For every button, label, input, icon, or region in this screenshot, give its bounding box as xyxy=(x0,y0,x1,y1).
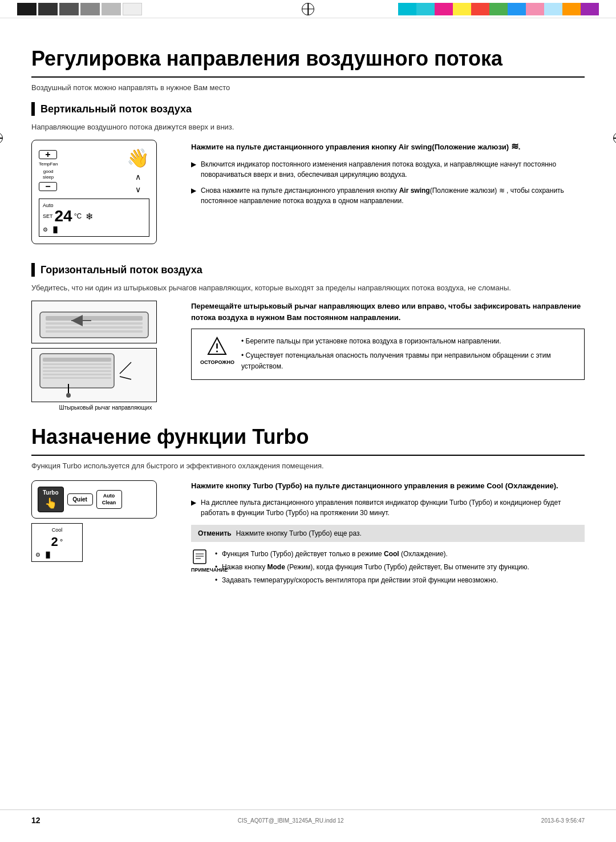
cancel-box: Отменить Нажмите кнопку Turbo (Турбо) ещ… xyxy=(191,525,585,542)
caution-triangle-icon xyxy=(207,336,227,356)
section2-text-col: Перемещайте штырьковый рычаг направляющи… xyxy=(191,301,585,411)
section2-label: Штырьковый рычаг направляющих xyxy=(31,404,180,411)
temp-value: 24 xyxy=(55,208,72,224)
mark-gray1 xyxy=(59,3,79,15)
turbo-arrow-icon: ▶ xyxy=(191,497,196,518)
note-list: Функция Turbo (Турбо) действует только в… xyxy=(215,549,529,589)
note-label: ПРИМЕЧАНИЕ xyxy=(191,567,208,573)
svg-rect-13 xyxy=(43,377,111,379)
color-pink xyxy=(526,3,544,15)
note-icon-col: ПРИМЕЧАНИЕ xyxy=(191,549,208,573)
left-reg-mark xyxy=(0,132,3,144)
cancel-label: Отменить xyxy=(198,529,232,537)
svg-rect-10 xyxy=(43,367,111,369)
color-blue xyxy=(508,3,526,15)
warning-text-2: • Существует потенциальная опасность пол… xyxy=(241,350,576,372)
note-document-icon xyxy=(192,549,208,565)
page2-title: Назначение функции Turbo xyxy=(31,425,585,456)
section1-text-col: Нажмите на пульте дистанционного управле… xyxy=(191,140,585,249)
turbo-button[interactable]: Turbo 👆 xyxy=(38,487,64,512)
minus-btn[interactable]: − xyxy=(39,182,57,191)
section2-title: Горизонтальный поток воздуха xyxy=(40,264,202,276)
svg-rect-2 xyxy=(46,322,143,325)
plus-btn[interactable]: + xyxy=(39,150,57,159)
warning-icon-col: ОСТОРОЖНО xyxy=(200,336,234,365)
center-reg-mark xyxy=(302,3,314,15)
auto-clean-button[interactable]: AutoClean xyxy=(96,490,122,509)
section1-row: + Temp Fan goodsleep − 👋 ∧ xyxy=(31,140,585,249)
ac-unit-top xyxy=(31,301,157,343)
bar-chart-icon: ▐▌ xyxy=(51,226,59,233)
turbo-bar-icon: ▐▌ xyxy=(44,552,52,558)
svg-rect-4 xyxy=(46,330,143,333)
section1-instruction: Нажмите на пульте дистанционного управле… xyxy=(191,140,585,153)
turbo-temp: 2 xyxy=(51,535,58,549)
turbo-screen-icons: ⚙ ▐▌ xyxy=(35,552,79,558)
section2-image-col: Штырьковый рычаг направляющих xyxy=(31,301,180,411)
remote-right-col: 👋 ∧ ∨ xyxy=(127,147,149,194)
footer-file: CIS_AQ07T@_IBIM_31245A_RU.indd 12 xyxy=(238,817,344,824)
turbo-temp-unit: ° xyxy=(60,537,63,547)
bullet1-text: Включится индикатор постоянного изменени… xyxy=(201,159,585,180)
remote-control-box: + Temp Fan goodsleep − 👋 ∧ xyxy=(31,140,157,244)
turbo-buttons-box: Turbo 👆 Quiet AutoClean xyxy=(31,480,157,519)
chevron-up-icon: ∧ xyxy=(135,172,141,181)
svg-rect-3 xyxy=(46,326,143,329)
arrow-icon-1: ▶ xyxy=(191,159,196,180)
section1-image-col: + Temp Fan goodsleep − 👋 ∧ xyxy=(31,140,180,249)
page2-subtitle: Функция Turbo используется для быстрого … xyxy=(31,462,585,470)
mark-black2 xyxy=(38,3,58,15)
turbo-row: Turbo 👆 Quiet AutoClean Cool 2 ° ⚙ ▐▌ xyxy=(31,480,585,588)
note-item-3: Задавать температуру/скорость вентилятор… xyxy=(215,575,529,586)
mark-gray3 xyxy=(102,3,121,15)
remote-plus-minus-col: + Temp Fan goodsleep − xyxy=(39,150,58,191)
screen-mode: Cool xyxy=(35,527,79,533)
turbo-screen: Cool 2 ° ⚙ ▐▌ xyxy=(31,523,83,562)
svg-point-17 xyxy=(66,393,71,398)
page-footer: 12 CIS_AQ07T@_IBIM_31245A_RU.indd 12 201… xyxy=(0,809,616,831)
turbo-bullet-text: На дисплее пульта дистанционного управле… xyxy=(201,497,585,518)
color-cyan xyxy=(398,3,416,15)
ac-unit-bottom xyxy=(31,348,157,402)
ac-unit-svg-1 xyxy=(37,303,151,341)
svg-point-20 xyxy=(216,351,218,353)
section1-bar xyxy=(31,102,35,116)
remote-bottom-icons: ⚙ ▐▌ xyxy=(43,226,145,233)
note-item-1: Функция Turbo (Турбо) действует только в… xyxy=(215,549,529,560)
page-subtitle: Воздушный поток можно направлять в нужно… xyxy=(31,83,585,92)
temp-unit: °C xyxy=(74,212,82,220)
color-orange xyxy=(562,3,581,15)
page-number: 12 xyxy=(31,816,40,825)
warning-label: ОСТОРОЖНО xyxy=(200,359,234,365)
section1-heading: Вертикальный поток воздуха xyxy=(31,102,585,116)
section2-instruction: Перемещайте штырьковый рычаг направляющи… xyxy=(191,301,585,323)
section1-bullets: ▶ Включится индикатор постоянного измене… xyxy=(191,159,585,206)
good-sleep-label: goodsleep xyxy=(39,169,58,180)
warning-text-1: • Берегите пальцы при установке потока в… xyxy=(241,336,576,347)
quiet-button[interactable]: Quiet xyxy=(67,493,93,505)
warning-box: ОСТОРОЖНО • Берегите пальцы при установк… xyxy=(191,329,585,380)
svg-rect-8 xyxy=(43,358,111,362)
color-green xyxy=(489,3,508,15)
color-lightblue xyxy=(544,3,562,15)
remote-screen: Auto SET 24 °C ❄ ⚙ ▐▌ xyxy=(39,199,149,237)
turbo-image-col: Turbo 👆 Quiet AutoClean Cool 2 ° ⚙ ▐▌ xyxy=(31,480,180,588)
color-magenta xyxy=(435,3,453,15)
page-title: Регулировка направления воздушного поток… xyxy=(31,47,585,78)
cancel-text: Нажмите кнопку Turbo (Турбо) еще раз. xyxy=(236,529,362,537)
turbo-settings-icon: ⚙ xyxy=(35,552,40,558)
section2-row: Штырьковый рычаг направляющих Перемещайт… xyxy=(31,301,585,411)
svg-rect-21 xyxy=(193,550,206,564)
fan-label: Fan xyxy=(50,161,58,167)
svg-line-14 xyxy=(120,362,131,374)
turbo-btn-row: Turbo 👆 Quiet AutoClean xyxy=(38,487,151,512)
svg-rect-12 xyxy=(43,374,111,375)
hand-wave-icon: 👋 xyxy=(127,147,149,169)
color-red xyxy=(471,3,489,15)
right-reg-mark xyxy=(613,132,616,144)
section2-bar xyxy=(31,263,35,277)
mark-gray2 xyxy=(80,3,100,15)
ac-unit-svg-2 xyxy=(37,351,151,399)
color-yellow xyxy=(453,3,471,15)
turbo-text-col: Нажмите кнопку Turbo (Турбо) на пульте д… xyxy=(191,480,585,588)
